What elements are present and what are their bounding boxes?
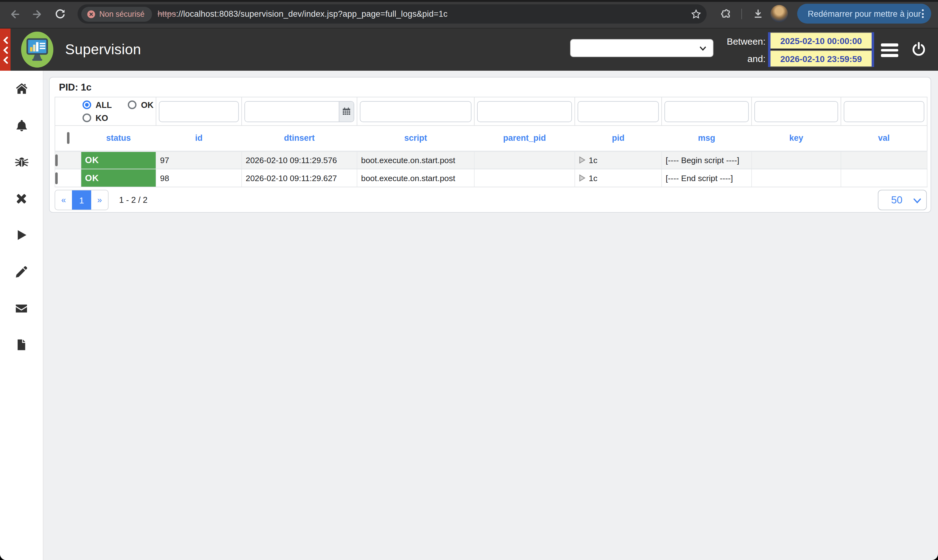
column-header-msg[interactable]: msg [662,126,752,151]
pager-prev[interactable]: « [55,191,72,209]
pagination-bar: « 1 » 1 - 2 / 2 50 [55,190,927,210]
file-icon [15,338,28,352]
reload-icon[interactable] [51,5,69,23]
hamburger-menu-icon[interactable] [881,43,898,57]
chevron-left-icon [2,46,8,54]
download-icon[interactable] [749,5,767,23]
sidebar-item-edit[interactable] [10,260,32,283]
filter-input-key[interactable] [755,101,838,122]
url-text[interactable]: https://localhost:8083/supervision_dev/i… [157,9,448,18]
url-bar[interactable]: Non sécurisé https://localhost:8083/supe… [77,5,707,23]
row-checkbox[interactable] [55,172,58,184]
app-logo [20,31,54,71]
radio-ko-label: KO [95,113,108,123]
cell-msg: [---- Begin script ----] [662,151,752,169]
envelope-icon [14,302,29,315]
cell-val [841,169,927,187]
filter-dtinsert-group [245,101,354,122]
cell-dtinsert: 2026-02-10 09:11:29.627 [242,169,357,187]
column-header-key[interactable]: key [752,126,841,151]
back-icon[interactable] [6,5,24,23]
bug-icon [13,155,29,169]
select-all-checkbox[interactable] [67,132,69,144]
pid-value: 1c [589,173,598,183]
sidebar [0,71,43,560]
not-secure-icon [87,9,95,18]
chevron-down-icon [913,198,921,204]
expand-play-icon[interactable] [579,157,585,164]
status-filter: ALL OK KO [55,97,156,126]
filter-input-pid[interactable] [578,101,659,122]
status-badge: OK [81,169,156,187]
home-icon [15,82,28,95]
page-size-select[interactable]: 50 [878,190,927,210]
filter-input-dtinsert[interactable] [245,102,339,121]
column-header-dtinsert[interactable]: dtinsert [242,126,357,151]
date-from-input[interactable] [770,32,872,49]
radio-ok-label: OK [141,100,154,109]
page-title-app: Supervision [65,41,141,58]
browser-toolbar: Non sécurisé https://localhost:8083/supe… [0,0,938,28]
security-chip-label: Non sécurisé [99,9,145,18]
pager: « 1 » [55,190,109,210]
between-label: Between: [682,36,765,46]
profile-avatar[interactable] [770,5,788,22]
cell-id: 97 [156,151,242,169]
collapse-sidebar-control[interactable] [0,29,11,71]
calendar-icon [342,107,351,116]
filter-input-msg[interactable] [664,101,749,122]
filter-input-id[interactable] [159,101,239,122]
radio-all-label: ALL [95,100,112,109]
cell-val [841,151,927,169]
radio-ok[interactable] [128,100,137,109]
filter-input-parent-pid[interactable] [477,101,572,122]
pager-page-1[interactable]: 1 [72,191,91,209]
cell-script: boot.execute.on.start.post [357,169,474,187]
cell-script: boot.execute.on.start.post [357,151,474,169]
sidebar-item-errors[interactable] [10,187,32,209]
kebab-menu-icon [922,9,924,18]
sidebar-item-mail[interactable] [10,297,32,319]
security-chip[interactable]: Non sécurisé [81,6,152,22]
toolbar-divider [741,9,742,19]
column-header-val[interactable]: val [841,126,927,151]
sidebar-item-home[interactable] [10,77,32,100]
bookmark-star-icon[interactable] [690,9,702,20]
column-header-pid[interactable]: pid [575,126,662,151]
sidebar-item-run[interactable] [10,224,32,246]
date-to-input[interactable] [770,50,872,67]
power-logout-icon[interactable] [911,42,927,58]
table-header-row: status id dtinsert script parent_pid pid… [55,126,927,151]
chevron-left-icon [2,56,8,63]
page-size-value: 50 [891,194,914,206]
sidebar-item-alerts[interactable] [10,114,32,137]
radio-ko[interactable] [83,114,91,122]
extensions-icon[interactable] [716,5,735,23]
pencil-icon [15,265,28,278]
cell-parent-pid [474,151,575,169]
sidebar-item-logs[interactable] [10,334,32,356]
cell-parent-pid [474,169,575,187]
column-header-status[interactable]: status [81,126,156,151]
pager-next[interactable]: » [91,191,108,209]
column-header-script[interactable]: script [357,126,474,151]
calendar-button[interactable] [339,102,354,121]
restart-to-update-label: Redémarrer pour mettre à jour [808,9,921,18]
url-rest: ://localhost:8083/supervision_dev/index.… [176,9,447,18]
row-checkbox[interactable] [55,154,58,166]
filter-input-script[interactable] [360,101,471,122]
column-header-id[interactable]: id [156,126,242,151]
close-icon [15,192,28,205]
sidebar-item-bugs[interactable] [10,151,32,173]
column-header-parent-pid[interactable]: parent_pid [474,126,575,151]
filter-input-val[interactable] [844,101,924,122]
restart-to-update-button[interactable]: Redémarrer pour mettre à jour [797,4,931,23]
cell-pid: 1c [575,151,662,169]
date-range-group [768,32,874,67]
radio-all[interactable] [83,100,91,109]
browser-window: Non sécurisé https://localhost:8083/supe… [0,0,938,560]
and-label: and: [682,53,765,64]
table-row: OK 97 2026-02-10 09:11:29.576 boot.execu… [55,151,927,169]
expand-play-icon[interactable] [579,174,585,182]
forward-icon[interactable] [28,5,46,23]
